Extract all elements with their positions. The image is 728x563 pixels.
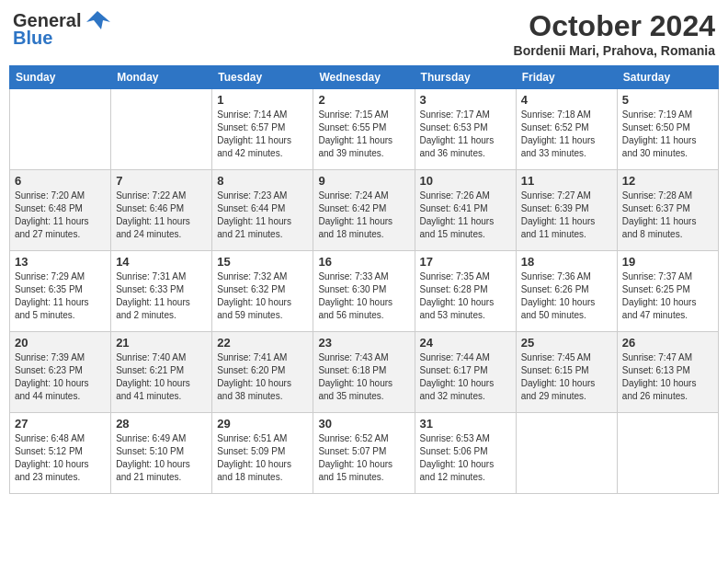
- logo-blue-text: Blue: [13, 28, 52, 49]
- calendar-cell: 27 Sunrise: 6:48 AM Sunset: 5:12 PM Dayl…: [10, 413, 111, 494]
- sunset-text: Sunset: 5:10 PM: [116, 446, 184, 456]
- col-wednesday: Wednesday: [313, 66, 415, 89]
- day-number: 17: [420, 255, 511, 269]
- calendar-cell: 15 Sunrise: 7:32 AM Sunset: 6:32 PM Dayl…: [212, 251, 313, 332]
- calendar-cell: 20 Sunrise: 7:39 AM Sunset: 6:23 PM Dayl…: [10, 332, 111, 413]
- calendar-header-row: Sunday Monday Tuesday Wednesday Thursday…: [10, 66, 719, 89]
- sunset-text: Sunset: 6:55 PM: [318, 122, 386, 132]
- sunset-text: Sunset: 5:09 PM: [217, 446, 285, 456]
- daylight-text: Daylight: 11 hours and 33 minutes.: [521, 135, 596, 158]
- calendar-week-row: 13 Sunrise: 7:29 AM Sunset: 6:35 PM Dayl…: [10, 251, 719, 332]
- sunrise-text: Sunrise: 7:36 AM: [521, 271, 591, 282]
- daylight-text: Daylight: 11 hours and 2 minutes.: [116, 297, 190, 320]
- sunrise-text: Sunrise: 6:52 AM: [318, 433, 388, 443]
- sunset-text: Sunset: 6:37 PM: [622, 203, 690, 213]
- calendar-cell: 8 Sunrise: 7:23 AM Sunset: 6:44 PM Dayli…: [212, 170, 313, 251]
- sunrise-text: Sunrise: 7:43 AM: [318, 352, 388, 362]
- calendar-cell: 19 Sunrise: 7:37 AM Sunset: 6:25 PM Dayl…: [617, 251, 718, 332]
- sunrise-text: Sunrise: 7:17 AM: [420, 109, 490, 120]
- calendar-cell: 28 Sunrise: 6:49 AM Sunset: 5:10 PM Dayl…: [111, 413, 212, 494]
- col-friday: Friday: [516, 66, 617, 89]
- sunrise-text: Sunrise: 7:44 AM: [420, 352, 490, 362]
- sunset-text: Sunset: 6:35 PM: [15, 284, 83, 294]
- daylight-text: Daylight: 10 hours and 12 minutes.: [420, 459, 495, 482]
- sunset-text: Sunset: 6:42 PM: [318, 203, 386, 213]
- day-number: 2: [318, 93, 409, 107]
- daylight-text: Daylight: 10 hours and 41 minutes.: [116, 378, 190, 401]
- sunrise-text: Sunrise: 7:18 AM: [521, 109, 591, 120]
- sunset-text: Sunset: 6:48 PM: [15, 203, 83, 213]
- day-info: Sunrise: 7:29 AM Sunset: 6:35 PM Dayligh…: [15, 270, 106, 322]
- calendar-cell: 4 Sunrise: 7:18 AM Sunset: 6:52 PM Dayli…: [516, 89, 617, 170]
- day-number: 8: [217, 174, 308, 188]
- sunrise-text: Sunrise: 6:51 AM: [217, 433, 287, 443]
- sunset-text: Sunset: 6:17 PM: [420, 365, 488, 375]
- calendar-cell: 31 Sunrise: 6:53 AM Sunset: 5:06 PM Dayl…: [415, 413, 516, 494]
- day-info: Sunrise: 6:48 AM Sunset: 5:12 PM Dayligh…: [15, 432, 106, 484]
- day-number: 25: [521, 336, 612, 350]
- calendar-cell: 11 Sunrise: 7:27 AM Sunset: 6:39 PM Dayl…: [516, 170, 617, 251]
- calendar-cell: 12 Sunrise: 7:28 AM Sunset: 6:37 PM Dayl…: [617, 170, 718, 251]
- calendar-cell: 14 Sunrise: 7:31 AM Sunset: 6:33 PM Dayl…: [111, 251, 212, 332]
- sunrise-text: Sunrise: 7:24 AM: [318, 190, 388, 201]
- daylight-text: Daylight: 11 hours and 11 minutes.: [521, 216, 596, 239]
- sunset-text: Sunset: 6:44 PM: [217, 203, 285, 213]
- day-number: 3: [420, 93, 511, 107]
- col-thursday: Thursday: [415, 66, 516, 89]
- day-info: Sunrise: 7:28 AM Sunset: 6:37 PM Dayligh…: [622, 190, 713, 241]
- calendar-cell: 7 Sunrise: 7:22 AM Sunset: 6:46 PM Dayli…: [111, 170, 212, 251]
- sunset-text: Sunset: 6:15 PM: [521, 365, 589, 375]
- sunset-text: Sunset: 6:21 PM: [116, 365, 184, 375]
- sunset-text: Sunset: 5:12 PM: [15, 446, 83, 456]
- daylight-text: Daylight: 10 hours and 38 minutes.: [217, 378, 291, 401]
- day-number: 31: [420, 417, 511, 431]
- day-info: Sunrise: 7:22 AM Sunset: 6:46 PM Dayligh…: [116, 190, 207, 241]
- day-info: Sunrise: 7:37 AM Sunset: 6:25 PM Dayligh…: [622, 270, 713, 322]
- day-info: Sunrise: 7:43 AM Sunset: 6:18 PM Dayligh…: [318, 351, 409, 403]
- sunrise-text: Sunrise: 6:48 AM: [15, 433, 85, 443]
- calendar-cell: 5 Sunrise: 7:19 AM Sunset: 6:50 PM Dayli…: [617, 89, 718, 170]
- calendar-cell: 16 Sunrise: 7:33 AM Sunset: 6:30 PM Dayl…: [313, 251, 415, 332]
- day-info: Sunrise: 6:53 AM Sunset: 5:06 PM Dayligh…: [420, 432, 511, 484]
- title-section: October 2024 Bordenii Mari, Prahova, Rom…: [514, 9, 715, 58]
- daylight-text: Daylight: 11 hours and 15 minutes.: [420, 216, 495, 239]
- day-info: Sunrise: 7:35 AM Sunset: 6:28 PM Dayligh…: [420, 270, 511, 322]
- daylight-text: Daylight: 10 hours and 44 minutes.: [15, 378, 89, 401]
- day-info: Sunrise: 7:31 AM Sunset: 6:33 PM Dayligh…: [116, 270, 207, 322]
- day-info: Sunrise: 7:32 AM Sunset: 6:32 PM Dayligh…: [217, 270, 308, 322]
- sunset-text: Sunset: 6:41 PM: [420, 203, 488, 213]
- daylight-text: Daylight: 10 hours and 21 minutes.: [116, 459, 190, 482]
- daylight-text: Daylight: 10 hours and 53 minutes.: [420, 297, 495, 320]
- sunset-text: Sunset: 6:20 PM: [217, 365, 285, 375]
- day-info: Sunrise: 7:45 AM Sunset: 6:15 PM Dayligh…: [521, 351, 612, 403]
- daylight-text: Daylight: 11 hours and 5 minutes.: [15, 297, 89, 320]
- daylight-text: Daylight: 10 hours and 56 minutes.: [318, 297, 392, 320]
- day-number: 14: [116, 255, 207, 269]
- sunrise-text: Sunrise: 7:29 AM: [15, 271, 85, 282]
- day-info: Sunrise: 7:44 AM Sunset: 6:17 PM Dayligh…: [420, 351, 511, 403]
- sunset-text: Sunset: 6:39 PM: [521, 203, 589, 213]
- day-info: Sunrise: 7:39 AM Sunset: 6:23 PM Dayligh…: [15, 351, 106, 403]
- daylight-text: Daylight: 11 hours and 30 minutes.: [622, 135, 697, 158]
- daylight-text: Daylight: 11 hours and 27 minutes.: [15, 216, 89, 239]
- sunset-text: Sunset: 6:33 PM: [116, 284, 184, 294]
- daylight-text: Daylight: 11 hours and 24 minutes.: [116, 216, 190, 239]
- day-info: Sunrise: 7:20 AM Sunset: 6:48 PM Dayligh…: [15, 190, 106, 241]
- day-number: 30: [318, 417, 409, 431]
- day-number: 10: [420, 174, 511, 188]
- sunset-text: Sunset: 6:50 PM: [622, 122, 690, 132]
- col-tuesday: Tuesday: [212, 66, 313, 89]
- sunset-text: Sunset: 6:46 PM: [116, 203, 184, 213]
- daylight-text: Daylight: 10 hours and 18 minutes.: [217, 459, 291, 482]
- sunrise-text: Sunrise: 7:19 AM: [622, 109, 692, 120]
- calendar-cell: [617, 413, 718, 494]
- logo: General Blue: [13, 9, 110, 49]
- day-number: 15: [217, 255, 308, 269]
- daylight-text: Daylight: 11 hours and 18 minutes.: [318, 216, 392, 239]
- day-number: 7: [116, 174, 207, 188]
- calendar-week-row: 1 Sunrise: 7:14 AM Sunset: 6:57 PM Dayli…: [10, 89, 719, 170]
- day-info: Sunrise: 7:23 AM Sunset: 6:44 PM Dayligh…: [217, 190, 308, 241]
- sunrise-text: Sunrise: 7:15 AM: [318, 109, 388, 120]
- logo-bird-icon: [85, 9, 110, 31]
- daylight-text: Daylight: 10 hours and 59 minutes.: [217, 297, 291, 320]
